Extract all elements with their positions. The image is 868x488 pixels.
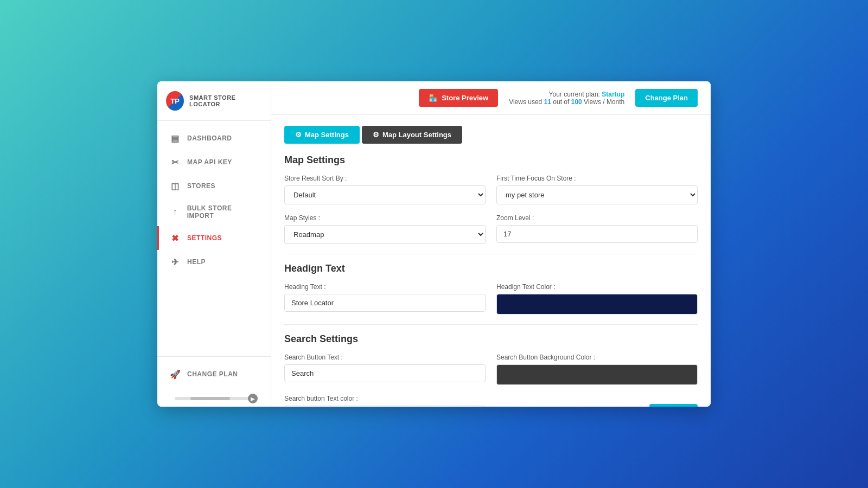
views-used: 11: [544, 98, 551, 106]
tab-map-settings[interactable]: ⚙ Map Settings: [284, 126, 360, 144]
save-group: Save: [496, 395, 698, 407]
views-total: 100: [571, 98, 582, 106]
sidebar: TP SMART STORE LOCATOR ▤DASHBOARD✂MAP AP…: [157, 81, 271, 407]
nav-icon-settings: ✖: [170, 233, 181, 243]
nav-label-dashboard: DASHBOARD: [187, 134, 232, 142]
heading-text-input[interactable]: [284, 294, 486, 312]
nav-label-stores: STORES: [187, 182, 215, 190]
heading-text-group: Heading Text :: [284, 283, 486, 314]
sidebar-scrollbar[interactable]: ▶: [175, 397, 253, 400]
sidebar-logo: TP SMART STORE LOCATOR: [157, 81, 271, 121]
divider-2: [284, 324, 698, 325]
main-area: 🏪 Store Preview Your current plan: Start…: [271, 81, 711, 407]
search-settings-title: Search Settings: [284, 333, 698, 345]
search-btn-text-label: Search Button Text :: [284, 354, 486, 361]
nav-icon-change-plan: 🚀: [170, 369, 181, 380]
store-preview-icon: 🏪: [429, 94, 437, 102]
zoom-level-label: Zoom Level :: [496, 214, 698, 222]
sidebar-bottom: 🚀CHANGE PLAN: [157, 356, 271, 391]
sidebar-item-map-api-key[interactable]: ✂MAP API KEY: [157, 150, 271, 174]
map-settings-section: Map Settings Store Result Sort By : Defa…: [284, 155, 698, 244]
nav-label-map-api-key: MAP API KEY: [187, 158, 232, 166]
search-bg-color-block[interactable]: [496, 364, 698, 385]
first-time-focus-label: First Time Focus On Store :: [496, 175, 698, 182]
sidebar-item-settings[interactable]: ✖SETTINGS: [157, 226, 271, 250]
nav-label-change-plan: CHANGE PLAN: [187, 370, 238, 378]
sidebar-scrollbar-thumb: [190, 397, 230, 400]
top-bar: 🏪 Store Preview Your current plan: Start…: [271, 81, 711, 115]
map-styles-select[interactable]: Roadmap Satellite Terrain Hybrid: [284, 225, 486, 244]
first-time-focus-group: First Time Focus On Store : my pet store: [496, 175, 698, 204]
sidebar-item-bulk-store-import[interactable]: ↑BULK STORE IMPORT: [157, 198, 271, 226]
store-sort-group: Store Result Sort By : Default Name Dist…: [284, 175, 486, 204]
sidebar-item-change-plan[interactable]: 🚀CHANGE PLAN: [157, 362, 271, 386]
zoom-level-input[interactable]: [496, 225, 698, 243]
heading-text-row: Heading Text : Headign Text Color :: [284, 283, 698, 314]
search-bg-color-group: Search Button Background Color :: [496, 354, 698, 385]
search-text-color-label: Search button Text color :: [284, 395, 486, 402]
heading-text-section: Headign Text Heading Text : Headign Text…: [284, 263, 698, 314]
nav-label-bulk-store-import: BULK STORE IMPORT: [187, 204, 260, 220]
first-time-focus-select[interactable]: my pet store: [496, 185, 698, 204]
heading-text-label: Heading Text :: [284, 283, 486, 291]
map-settings-row1: Store Result Sort By : Default Name Dist…: [284, 175, 698, 204]
nav-icon-dashboard: ▤: [170, 133, 181, 144]
divider-1: [284, 254, 698, 254]
tab-map-layout-settings-label: Map Layout Settings: [382, 131, 451, 139]
app-container: TP SMART STORE LOCATOR ▤DASHBOARD✂MAP AP…: [157, 81, 711, 407]
map-layout-tab-icon: ⚙: [373, 131, 379, 139]
nav-icon-stores: ◫: [170, 181, 181, 191]
map-settings-row2: Map Styles : Roadmap Satellite Terrain H…: [284, 214, 698, 244]
nav-label-settings: SETTINGS: [187, 234, 222, 242]
nav-icon-bulk-store-import: ↑: [170, 207, 181, 217]
content-area: ⚙ Map Settings ⚙ Map Layout Settings Map…: [271, 115, 711, 407]
nav-icon-map-api-key: ✂: [170, 157, 181, 168]
search-text-color-group: Search button Text color :: [284, 395, 486, 407]
map-settings-tab-icon: ⚙: [295, 131, 302, 139]
store-sort-select[interactable]: Default Name Distance: [284, 185, 486, 204]
map-settings-title: Map Settings: [284, 155, 698, 166]
zoom-level-group: Zoom Level :: [496, 214, 698, 244]
logo-text: SMART STORE LOCATOR: [189, 94, 262, 107]
search-settings-row1: Search Button Text : Search Button Backg…: [284, 354, 698, 385]
sidebar-item-help[interactable]: ✈HELP: [157, 250, 271, 274]
sidebar-nav: ▤DASHBOARD✂MAP API KEY◫STORES↑BULK STORE…: [157, 121, 271, 356]
tab-map-settings-label: Map Settings: [305, 131, 349, 139]
store-preview-label: Store Preview: [442, 94, 488, 102]
search-settings-row2: Search button Text color : Save: [284, 395, 698, 407]
heading-color-block[interactable]: [496, 294, 698, 314]
nav-label-help: HELP: [187, 258, 206, 266]
plan-info: Your current plan: Startup Views used 11…: [509, 91, 624, 106]
heading-text-title: Headign Text: [284, 263, 698, 274]
sidebar-collapse-arrow[interactable]: ▶: [248, 394, 258, 403]
logo-icon: TP: [166, 91, 184, 111]
sidebar-item-stores[interactable]: ◫STORES: [157, 174, 271, 198]
heading-color-label: Headign Text Color :: [496, 283, 698, 291]
tab-bar: ⚙ Map Settings ⚙ Map Layout Settings: [284, 126, 698, 144]
search-btn-text-input[interactable]: [284, 364, 486, 382]
change-plan-button[interactable]: Change Plan: [635, 89, 698, 107]
heading-color-group: Headign Text Color :: [496, 283, 698, 314]
search-btn-text-group: Search Button Text :: [284, 354, 486, 385]
tab-map-layout-settings[interactable]: ⚙ Map Layout Settings: [362, 126, 462, 144]
search-text-color-input[interactable]: [284, 406, 486, 407]
store-sort-label: Store Result Sort By :: [284, 175, 486, 182]
save-button[interactable]: Save: [649, 404, 698, 407]
search-settings-section: Search Settings Search Button Text : Sea…: [284, 333, 698, 407]
search-bg-color-label: Search Button Background Color :: [496, 354, 698, 361]
sidebar-item-dashboard[interactable]: ▤DASHBOARD: [157, 126, 271, 150]
store-preview-button[interactable]: 🏪 Store Preview: [419, 89, 498, 107]
plan-name: Startup: [602, 91, 624, 98]
nav-icon-help: ✈: [170, 256, 181, 267]
map-styles-group: Map Styles : Roadmap Satellite Terrain H…: [284, 214, 486, 244]
map-styles-label: Map Styles :: [284, 214, 486, 222]
